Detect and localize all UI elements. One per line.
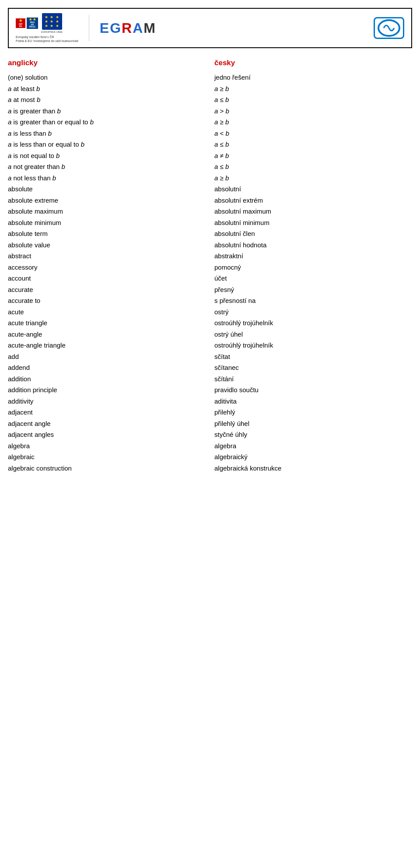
english-entry: (one) solution [8,73,210,83]
dictionary-row: a is greater than or equal to ba ≥ b [8,117,412,127]
header-divider [89,15,89,41]
english-entry: a is greater than or equal to b [8,117,210,127]
dictionary-row: absolute extremeabsolutní extrém [8,196,412,206]
english-entry: absolute maximum [8,207,210,217]
dictionary-row: a is less than ba < b [8,129,412,139]
czech-entry: a > b [210,106,412,116]
main-content: anglicky česky (one) solutionjedno řešen… [0,59,420,488]
english-entry: abstract [8,251,210,261]
oppa-logo: ★ OP PA ★ ★ PRA HA PRAG [16,13,78,43]
logo-subtitle: Evropský sociální fond v ČR Praha & EU: … [16,35,78,43]
dictionary-row: (one) solutionjedno řešení [8,73,412,83]
english-entry: addition principle [8,385,210,395]
dictionary-row: adjacentpřilehlý [8,408,412,418]
english-entry: a not less than b [8,173,210,183]
czech-entry: ostrý [210,307,412,317]
dictionary-row: a is greater than ba > b [8,106,412,116]
english-entry: a is not equal to b [8,151,210,161]
english-entry: a at most b [8,95,210,105]
czech-entry: a ≥ b [210,84,412,94]
czech-entry: s přesností na [210,296,412,306]
czech-header: česky [214,59,412,68]
czech-entry: a ≥ b [210,117,412,127]
english-entry: account [8,274,210,284]
dictionary-row: acute-angle triangleostroúhlý trojúhelní… [8,341,412,351]
dictionary-row: additionsčítání [8,374,412,384]
czech-entry: absolutní extrém [210,196,412,206]
dictionary-columns: anglicky česky [8,59,412,73]
czech-entry: a ≤ b [210,95,412,105]
czech-entry: ostroúhlý trojúhelník [210,318,412,328]
dictionary-row: acute-angleostrý úhel [8,330,412,340]
czech-entry: přilehlý úhel [210,419,412,429]
czech-entry: absolutní maximum [210,207,412,217]
czech-entry: algebraický [210,452,412,462]
header-logos: ★ OP PA ★ ★ PRA HA PRAG [16,13,156,43]
english-entry: addend [8,363,210,373]
dictionary-row: additivityaditivita [8,397,412,407]
dictionary-row: adjacent anglesstyčné úhly [8,430,412,440]
czech-entry: absolutní hodnota [210,240,412,250]
dictionary-row: abstractabstraktní [8,251,412,261]
english-entry: add [8,352,210,362]
czech-entry: a ≤ b [210,140,412,150]
english-entry: a not greater than b [8,162,210,172]
dictionary-row: absolute valueabsolutní hodnota [8,240,412,250]
dictionary-row: a not less than ba ≥ b [8,173,412,183]
czech-entry: pravidlo součtu [210,385,412,395]
czech-entry: absolutní člen [210,229,412,239]
dictionary-row: absolute minimumabsolutní minimum [8,218,412,228]
czech-entry: sčítání [210,374,412,384]
czech-entry: sčítanec [210,363,412,373]
english-entry: additivity [8,397,210,407]
dictionary-row: a at least ba ≥ b [8,84,412,94]
dictionary-table: (one) solutionjedno řešenía at least ba … [8,73,412,473]
dictionary-row: accurate tos přesností na [8,296,412,306]
dictionary-row: a is less than or equal to ba ≤ b [8,140,412,150]
czech-entry: sčítat [210,352,412,362]
dictionary-row: acute triangleostroúhlý trojúhelník [8,318,412,328]
english-entry: absolute extreme [8,196,210,206]
dictionary-row: acuteostrý [8,307,412,317]
czech-entry: a ≤ b [210,162,412,172]
english-header: anglicky [8,59,201,68]
english-entry: absolute term [8,229,210,239]
english-entry: absolute minimum [8,218,210,228]
czech-entry: a < b [210,129,412,139]
dictionary-row: absolute maximumabsolutní maximum [8,207,412,217]
english-entry: addition [8,374,210,384]
czech-entry: a ≥ b [210,173,412,183]
dictionary-row: addsčítat [8,352,412,362]
dictionary-row: a is not equal to ba ≠ b [8,151,412,161]
dictionary-row: algebraicalgebraický [8,452,412,462]
english-entry: algebraic construction [8,464,210,474]
english-entry: a is less than b [8,129,210,139]
dictionary-row: absolute termabsolutní člen [8,229,412,239]
egram-logo: EGRAM [100,20,156,36]
english-entry: acute-angle triangle [8,341,210,351]
english-entry: acute triangle [8,318,210,328]
english-entry: absolute [8,184,210,194]
czech-entry: algebra [210,441,412,451]
dictionary-row: algebraalgebra [8,441,412,451]
dictionary-row: addendsčítanec [8,363,412,373]
english-entry: acute-angle [8,330,210,340]
dictionary-row: a not greater than ba ≤ b [8,162,412,172]
english-entry: accurate to [8,296,210,306]
czech-entry: algebraická konstrukce [210,464,412,474]
czech-entry: ostrý úhel [210,330,412,340]
english-entry: acute [8,307,210,317]
dictionary-row: accountúčet [8,274,412,284]
czech-entry: abstraktní [210,251,412,261]
dictionary-row: algebraic constructionalgebraická konstr… [8,464,412,474]
czech-entry: ostroúhlý trojúhelník [210,341,412,351]
dictionary-row: accuratepřesný [8,285,412,295]
oppa-square-1: ★ OP PA [16,18,25,28]
dictionary-row: addition principlepravidlo součtu [8,385,412,395]
english-column: anglicky [8,59,210,73]
eu-logo: ★ ★ ★ ★ ★ ★ ★ ★ ★ EVROPSKÁ UNIE [41,13,63,33]
english-entry: a at least b [8,84,210,94]
dictionary-row: accessorypomocný [8,263,412,273]
czech-entry: přilehlý [210,408,412,418]
czech-entry: absolutní minimum [210,218,412,228]
